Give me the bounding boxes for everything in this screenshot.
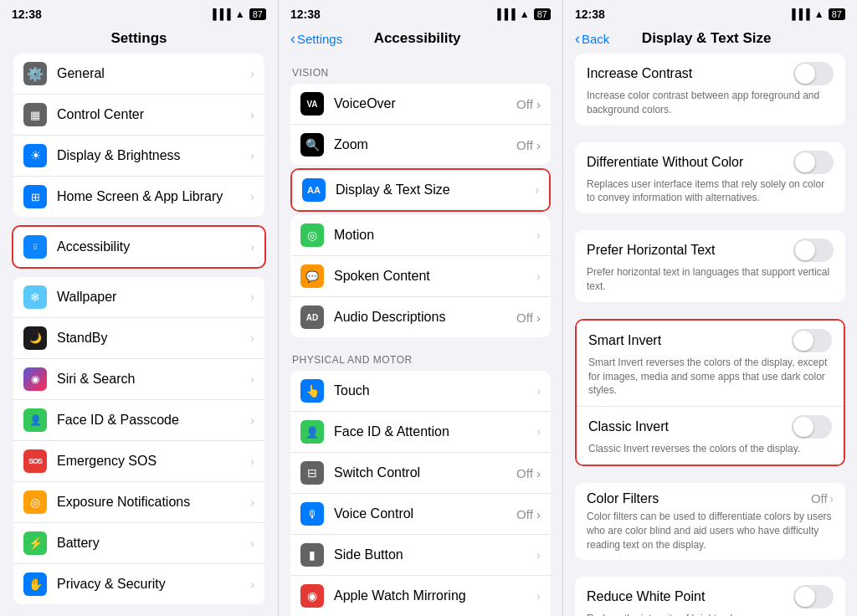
settings-item-battery[interactable]: ⚡ Battery › [13, 523, 264, 564]
voice-control-label: Voice Control [334, 506, 516, 521]
accessibility-panel: 12:38 ▐▐▐ ▲ 87 ‹ Settings Accessibility … [279, 0, 563, 616]
general-chevron: › [250, 67, 254, 80]
prefer-horizontal-toggle[interactable] [793, 239, 834, 262]
privacy-label: Privacy & Security [57, 577, 250, 592]
acc-item-side-button[interactable]: ▮ Side Button › [290, 535, 551, 576]
color-filters-title: Color Filters [587, 491, 659, 506]
spoken-label: Spoken Content [334, 269, 536, 284]
panel3-nav: ‹ Back Display & Text Size [563, 27, 857, 54]
display-text-size-highlight: AA Display & Text Size › [290, 168, 551, 212]
face-id-chevron: › [250, 413, 254, 427]
prefer-horizontal-desc: Prefer horizontal text in languages that… [587, 265, 834, 294]
back-accessibility-button[interactable]: ‹ Back [575, 31, 609, 46]
acc-item-voiceover[interactable]: VA VoiceOver Off › [290, 84, 551, 125]
touch-label: Touch [334, 383, 536, 398]
home-screen-chevron: › [250, 190, 254, 203]
side-button-icon: ▮ [300, 543, 324, 567]
smart-invert-toggle[interactable] [792, 329, 832, 352]
status-icons-3: ▐▐▐ ▲ 87 [788, 8, 845, 20]
switch-control-label: Switch Control [334, 465, 516, 480]
display-text-label: Display & Text Size [336, 182, 535, 198]
classic-invert-row: Classic Invert Classic Invert reverses t… [577, 407, 844, 465]
accessibility-highlight-container: ⍤ Accessibility › [12, 225, 266, 269]
increase-contrast-row: Increase Contrast Increase color contras… [575, 54, 845, 126]
acc-item-touch[interactable]: 👆 Touch › [290, 371, 551, 412]
time-3: 12:38 [575, 8, 605, 21]
spoken-icon: 💬 [300, 264, 324, 288]
color-filters-value: Off › [811, 491, 834, 506]
status-bar-3: 12:38 ▐▐▐ ▲ 87 [563, 0, 857, 27]
signal-icon-3: ▐▐▐ [788, 8, 810, 20]
acc-item-apple-watch[interactable]: ◉ Apple Watch Mirroring › [290, 576, 551, 616]
settings-item-display[interactable]: ☀ Display & Brightness › [13, 136, 264, 177]
switch-control-icon: ⊟ [300, 461, 324, 485]
acc-item-audio-desc[interactable]: AD Audio Descriptions Off › [290, 297, 551, 337]
acc-item-motion[interactable]: ◎ Motion › [290, 215, 551, 256]
back-settings-button[interactable]: ‹ Settings [290, 31, 342, 46]
time-1: 12:38 [12, 8, 42, 21]
back-accessibility-label: Back [582, 32, 609, 46]
increase-contrast-desc: Increase color contrast between app fore… [587, 89, 834, 117]
battery-settings-icon: ⚡ [23, 531, 47, 555]
differentiate-toggle[interactable] [793, 151, 834, 174]
differentiate-row: Differentiate Without Color Replaces use… [575, 142, 845, 214]
acc-item-voice-control[interactable]: 🎙 Voice Control Off › [290, 494, 551, 535]
touch-icon: 👆 [300, 379, 324, 403]
touch-chevron: › [536, 384, 541, 398]
display-label: Display & Brightness [57, 148, 250, 163]
increase-contrast-title: Increase Contrast [587, 66, 692, 81]
differentiate-desc: Replaces user interface items that rely … [587, 177, 834, 206]
back-chevron-3: ‹ [575, 31, 580, 46]
settings-list-2: ❄ Wallpaper › 🌙 StandBy › ◉ Siri & Searc… [13, 277, 264, 604]
settings-item-exposure[interactable]: ◎ Exposure Notifications › [13, 482, 264, 523]
home-screen-label: Home Screen & App Library [57, 189, 250, 204]
time-2: 12:38 [290, 8, 321, 21]
siri-icon: ◉ [23, 367, 47, 391]
switch-control-value: Off › [516, 466, 541, 480]
acc-item-spoken[interactable]: 💬 Spoken Content › [290, 256, 551, 297]
status-bar-2: 12:38 ▐▐▐ ▲ 87 [279, 0, 562, 27]
differentiate-title: Differentiate Without Color [587, 155, 743, 170]
siri-chevron: › [250, 372, 254, 386]
settings-item-face-id[interactable]: 👤 Face ID & Passcode › [13, 400, 264, 441]
smart-invert-row: Smart Invert Smart Invert reverses the c… [577, 321, 844, 407]
accessibility-icon: ⍤ [23, 235, 47, 259]
acc-item-display-text[interactable]: AA Display & Text Size › [292, 170, 549, 210]
siri-label: Siri & Search [57, 372, 250, 387]
settings-item-control-center[interactable]: ▦ Control Center › [13, 95, 264, 136]
zoom-icon: 🔍 [300, 133, 324, 157]
settings-item-wallpaper[interactable]: ❄ Wallpaper › [13, 277, 264, 318]
increase-contrast-section: Increase Contrast Increase color contras… [575, 54, 845, 126]
settings-item-privacy[interactable]: ✋ Privacy & Security › [13, 564, 264, 604]
acc-item-zoom[interactable]: 🔍 Zoom Off › [290, 125, 551, 165]
settings-item-accessibility[interactable]: ⍤ Accessibility › [13, 227, 264, 267]
side-button-chevron: › [536, 548, 541, 562]
classic-invert-toggle[interactable] [792, 415, 832, 439]
settings-item-standby[interactable]: 🌙 StandBy › [13, 318, 264, 359]
settings-item-siri[interactable]: ◉ Siri & Search › [13, 359, 264, 400]
increase-contrast-toggle[interactable] [793, 62, 834, 85]
zoom-label: Zoom [334, 137, 516, 152]
physical-list: 👆 Touch › 👤 Face ID & Attention › ⊟ Swit… [290, 371, 551, 616]
acc-item-switch-control[interactable]: ⊟ Switch Control Off › [290, 453, 551, 494]
home-screen-icon: ⊞ [23, 185, 47, 208]
invert-highlight-section: Smart Invert Smart Invert reverses the c… [575, 319, 845, 466]
panel3-title: Display & Text Size [609, 30, 803, 47]
settings-item-home-screen[interactable]: ⊞ Home Screen & App Library › [13, 177, 264, 217]
signal-icon: ▐▐▐ [209, 8, 231, 20]
spoken-chevron: › [536, 270, 541, 283]
settings-panel: 12:38 ▐▐▐ ▲ 87 Settings ⚙️ General › ▦ C… [0, 0, 279, 616]
settings-main-list: ⚙️ General › ▦ Control Center › ☀ Displa… [13, 54, 264, 217]
wifi-icon: ▲ [235, 8, 245, 20]
voiceover-label: VoiceOver [334, 96, 516, 111]
settings-item-general[interactable]: ⚙️ General › [13, 54, 264, 95]
face-id-label: Face ID & Passcode [57, 413, 250, 428]
prefer-horizontal-title: Prefer Horizontal Text [587, 243, 716, 258]
reduce-white-toggle[interactable] [793, 585, 834, 608]
settings-item-emergency[interactable]: SOS Emergency SOS › [13, 441, 264, 482]
acc-item-face-id-attention[interactable]: 👤 Face ID & Attention › [290, 412, 551, 453]
standby-icon: 🌙 [23, 326, 47, 350]
panel2-scroll: VISION VA VoiceOver Off › 🔍 Zoom Off › A… [279, 54, 562, 616]
vision-list-bottom: ◎ Motion › 💬 Spoken Content › AD Audio D… [290, 215, 551, 337]
vision-list-top: VA VoiceOver Off › 🔍 Zoom Off › [290, 84, 551, 165]
